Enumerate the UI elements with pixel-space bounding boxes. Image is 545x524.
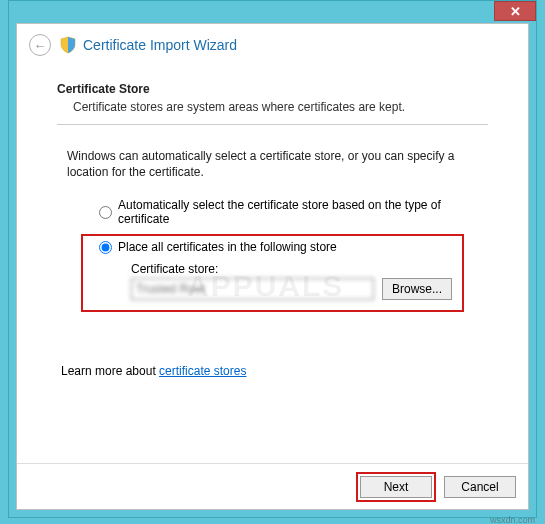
button-bar: Next Cancel [17,463,528,509]
next-button[interactable]: Next [360,476,432,498]
learn-more-prefix: Learn more about [61,364,159,378]
instruction-text: Windows can automatically select a certi… [67,149,478,180]
content-area: Certificate Store Certificate stores are… [17,64,528,388]
learn-more-link[interactable]: certificate stores [159,364,246,378]
highlight-box: Place all certificates in the following … [81,234,464,312]
section-desc: Certificate stores are system areas wher… [57,100,488,114]
window-body: ← Certificate Import Wizard Certificate … [16,23,529,510]
radio-place-input[interactable] [99,241,112,254]
radio-place-store[interactable]: Place all certificates in the following … [99,240,452,254]
radio-place-label: Place all certificates in the following … [118,240,337,254]
learn-more: Learn more about certificate stores [61,364,488,378]
browse-button[interactable]: Browse... [382,278,452,300]
back-button[interactable]: ← [29,34,51,56]
store-field-label: Certificate store: [131,262,452,276]
close-icon: ✕ [510,4,521,19]
separator [57,124,488,125]
dialog-frame: ✕ ← Certificate Import Wizard Certificat… [8,0,537,518]
wizard-title: Certificate Import Wizard [83,37,237,53]
radio-auto-label: Automatically select the certificate sto… [118,198,488,226]
titlebar: ✕ [9,1,536,23]
radio-auto-input[interactable] [99,206,112,219]
next-highlight: Next [356,472,436,502]
section-title: Certificate Store [57,82,488,96]
cancel-button[interactable]: Cancel [444,476,516,498]
shield-icon [59,36,77,54]
close-button[interactable]: ✕ [494,1,536,21]
radio-auto-select[interactable]: Automatically select the certificate sto… [99,198,488,226]
store-row: Browse... [131,278,452,300]
certificate-store-input[interactable] [131,278,374,300]
back-arrow-icon: ← [34,38,47,53]
header-row: ← Certificate Import Wizard [17,24,528,64]
